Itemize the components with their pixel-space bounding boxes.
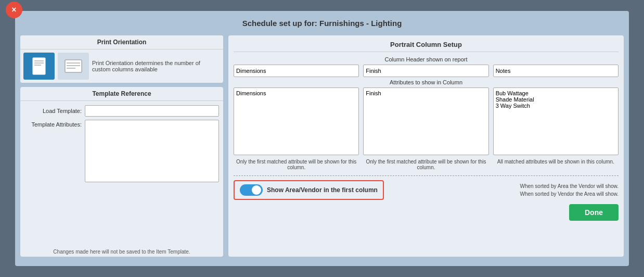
template-reference-body: Load Template: Template Attributes: (20, 101, 223, 247)
column-descs-row: Only the first matched attribute will be… (234, 157, 619, 170)
dialog-body: Print Orientation (20, 35, 624, 257)
print-orientation-title: Print Orientation (20, 35, 223, 49)
dialog: × Schedule set up for: Furnishings - Lig… (15, 11, 629, 266)
col2-desc: Only the first matched attribute will be… (363, 157, 488, 170)
show-area-vendor-toggle[interactable] (240, 184, 263, 196)
template-reference-section: Template Reference Load Template: Templa… (20, 87, 223, 257)
template-attributes-row: Template Attributes: (24, 120, 219, 243)
vendor-note: When sorted by Area the Vendor will show… (520, 182, 619, 198)
column-headers-row (234, 65, 619, 77)
col3-header-input[interactable] (493, 65, 619, 77)
col1-desc: Only the first matched attribute will be… (234, 157, 359, 170)
load-template-input[interactable] (85, 105, 219, 117)
show-area-vendor-label: Show Area/Vendor in the first column (267, 186, 378, 194)
show-area-vendor-toggle-area: Show Area/Vendor in the first column (234, 180, 384, 200)
col2-header-input[interactable] (363, 65, 488, 77)
portrait-icon (32, 57, 46, 75)
col1-header-input[interactable] (234, 65, 359, 77)
col3-desc: All matched attributes will be shown in … (493, 157, 619, 170)
column-header-label: Column Header shown on report (234, 56, 619, 62)
template-reference-title: Template Reference (20, 87, 223, 101)
template-attributes-input[interactable] (85, 120, 219, 182)
svg-rect-4 (65, 60, 82, 72)
load-template-label: Load Template: (24, 108, 82, 114)
portrait-button[interactable] (23, 53, 55, 80)
print-orientation-section: Print Orientation (20, 35, 223, 83)
portrait-column-setup-title: Portrait Column Setup (234, 41, 619, 52)
close-button[interactable]: × (6, 2, 22, 18)
left-panel: Print Orientation (20, 35, 223, 257)
column-attrs-row: Dimensions Finish Bub Wattage Shade Mate… (234, 87, 619, 155)
col1-attrs: Dimensions (234, 87, 359, 155)
dialog-title: Schedule set up for: Furnishings - Light… (20, 16, 624, 30)
template-note: Changes made here will not be saved to t… (20, 247, 223, 257)
landscape-icon (64, 59, 83, 73)
print-orientation-body: Print Orientation determines the number … (20, 49, 223, 83)
template-attributes-label: Template Attributes: (24, 120, 82, 128)
load-template-row: Load Template: (24, 105, 219, 117)
portrait-column-setup-section: Portrait Column Setup Column Header show… (228, 35, 624, 257)
toggle-knob (252, 185, 261, 195)
bottom-section: Show Area/Vendor in the first column Whe… (234, 175, 619, 200)
orientation-description: Print Orientation determines the number … (92, 60, 220, 72)
landscape-button[interactable] (58, 53, 89, 80)
col3-attrs: Bub Wattage Shade Material 3 Way Switch (493, 87, 619, 155)
col2-attrs: Finish (363, 87, 488, 155)
attributes-label: Attributes to show in Column (234, 79, 619, 85)
done-button[interactable]: Done (569, 204, 619, 221)
done-button-area: Done (234, 204, 619, 221)
svg-rect-0 (33, 58, 45, 74)
